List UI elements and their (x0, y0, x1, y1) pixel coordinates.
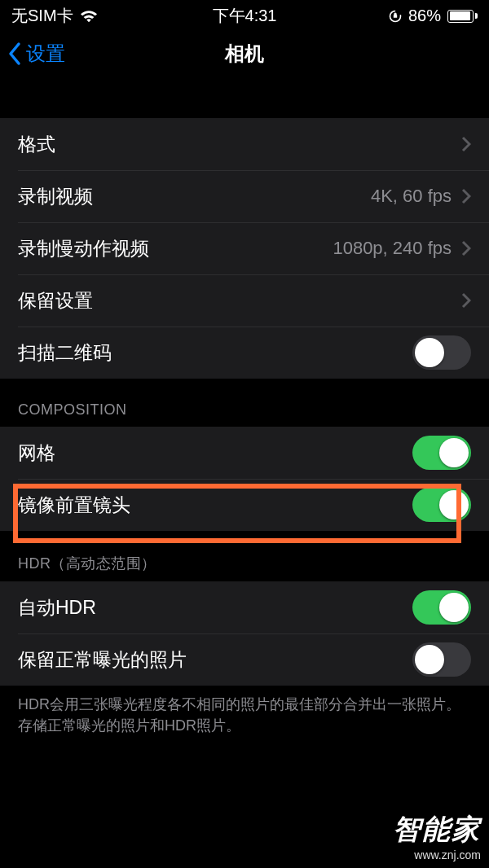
settings-group-main: 格式 录制视频 4K, 60 fps 录制慢动作视频 1080p, 240 fp… (0, 118, 489, 379)
settings-group-hdr: 自动HDR 保留正常曝光的照片 (0, 581, 489, 686)
watermark-brand: 智能家 (393, 811, 481, 848)
row-label: 录制慢动作视频 (18, 236, 149, 261)
battery-percent: 86% (408, 7, 441, 25)
chevron-right-icon (461, 292, 471, 309)
row-preserve-settings[interactable]: 保留设置 (0, 274, 489, 327)
row-label: 保留设置 (18, 288, 93, 313)
section-header-composition: COMPOSITION (0, 379, 489, 427)
section-footer-hdr: HDR会用三张曝光程度各不相同的照片的最佳部分合并出一张照片。存储正常曝光的照片… (0, 686, 489, 736)
chevron-right-icon (461, 240, 471, 256)
back-button[interactable]: 设置 (0, 41, 65, 67)
rotation-lock-icon (389, 9, 402, 24)
row-record-slomo[interactable]: 录制慢动作视频 1080p, 240 fps (0, 222, 489, 274)
toggle-keep-normal[interactable] (412, 642, 471, 677)
row-label: 格式 (18, 132, 55, 157)
toggle-mirror-front[interactable] (412, 488, 471, 522)
row-scan-qr: 扫描二维码 (0, 327, 489, 379)
watermark: 智能家 www.znj.com (393, 811, 481, 861)
row-record-video[interactable]: 录制视频 4K, 60 fps (0, 170, 489, 222)
watermark-url: www.znj.com (393, 848, 481, 861)
back-label: 设置 (26, 41, 65, 67)
row-value: 1080p, 240 fps (333, 238, 452, 259)
status-bar: 无SIM卡 下午4:31 86% (0, 0, 489, 30)
row-mirror-front-camera: 镜像前置镜头 (0, 479, 489, 531)
wifi-icon (80, 9, 98, 24)
row-value: 4K, 60 fps (371, 186, 452, 207)
chevron-right-icon (461, 188, 471, 204)
row-formats[interactable]: 格式 (0, 118, 489, 170)
toggle-auto-hdr[interactable] (412, 590, 471, 625)
row-label: 保留正常曝光的照片 (18, 647, 187, 673)
row-label: 扫描二维码 (18, 340, 112, 366)
row-label: 录制视频 (18, 184, 93, 209)
section-header-hdr: HDR（高动态范围） (0, 531, 489, 581)
nav-header: 设置 相机 (0, 30, 489, 77)
row-label: 自动HDR (18, 595, 96, 620)
page-title: 相机 (0, 41, 489, 67)
row-auto-hdr: 自动HDR (0, 581, 489, 633)
chevron-left-icon (7, 42, 24, 66)
settings-group-composition: 网格 镜像前置镜头 (0, 427, 489, 531)
row-label: 镜像前置镜头 (18, 493, 130, 518)
toggle-grid[interactable] (412, 436, 471, 470)
sim-status: 无SIM卡 (11, 5, 73, 27)
toggle-scan-qr[interactable] (412, 335, 471, 370)
chevron-right-icon (461, 136, 471, 152)
row-label: 网格 (18, 441, 55, 466)
row-keep-normal-photo: 保留正常曝光的照片 (0, 633, 489, 686)
row-grid: 网格 (0, 427, 489, 479)
battery-icon (447, 10, 478, 23)
